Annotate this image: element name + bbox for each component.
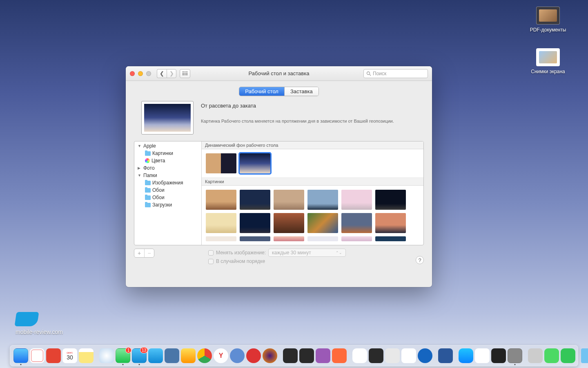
dock-notes[interactable] <box>79 348 94 363</box>
wallpaper-thumb[interactable] <box>206 236 236 241</box>
zoom-button[interactable] <box>146 71 151 76</box>
wallpaper-thumb[interactable] <box>375 236 406 241</box>
dock-todoist[interactable] <box>46 348 61 363</box>
close-button[interactable] <box>130 71 135 76</box>
add-folder-button[interactable]: + <box>134 249 144 257</box>
sidebar-item-pictures[interactable]: Картинки <box>134 150 201 157</box>
dock-yandex[interactable]: Y <box>214 348 228 363</box>
help-button[interactable]: ? <box>416 256 424 264</box>
color-wheel-icon <box>145 158 150 163</box>
dock-app[interactable] <box>181 348 196 363</box>
wallpaper-thumb[interactable] <box>274 236 304 241</box>
sidebar-item-wallpapers[interactable]: Обои <box>134 194 201 201</box>
dock-chromium[interactable] <box>230 348 245 363</box>
wallpaper-thumb[interactable] <box>375 190 406 210</box>
wallpaper-thumb[interactable] <box>240 213 270 233</box>
folder-icon <box>145 203 151 207</box>
dock-opera[interactable] <box>246 348 261 363</box>
dock-calendar[interactable]: сент.30 <box>62 348 77 363</box>
remove-folder-button[interactable]: − <box>144 249 154 257</box>
dock-vk[interactable] <box>165 348 179 363</box>
tab-screensaver[interactable]: Заставка <box>284 87 318 96</box>
dock-app[interactable] <box>528 348 543 363</box>
desktop-icon-screenshots[interactable]: Снимки экрана <box>528 48 568 74</box>
dock-finder[interactable] <box>13 348 28 363</box>
titlebar: ❮ ❯ Рабочий стол и заставка Поиск <box>126 66 432 81</box>
dock-app[interactable] <box>332 348 347 363</box>
source-sidebar: ▼Apple Картинки Цвета ▶Фото ▼Папки Изобр… <box>134 141 202 245</box>
dock-downloads[interactable] <box>581 348 588 363</box>
dock-telegram-desktop[interactable] <box>148 348 163 363</box>
wallpaper-title: От рассвета до заката <box>201 103 394 109</box>
dock-terminal[interactable] <box>491 348 506 363</box>
folder-icon <box>145 181 151 185</box>
wallpaper-thumb[interactable] <box>307 213 338 233</box>
disclosure-triangle-icon: ▶ <box>138 166 142 170</box>
dock-app[interactable] <box>283 348 298 363</box>
dock-app[interactable] <box>385 348 400 363</box>
sidebar-item-photo[interactable]: ▶Фото <box>134 164 201 172</box>
tab-desktop[interactable]: Рабочий стол <box>239 87 284 96</box>
watermark: mobile-review.com <box>16 312 63 335</box>
dock-chrome[interactable] <box>197 348 212 363</box>
dock-app[interactable] <box>299 348 314 363</box>
wallpaper-thumb[interactable] <box>240 190 270 210</box>
wallpaper-thumb[interactable] <box>274 213 304 233</box>
dock-app[interactable] <box>544 348 559 363</box>
back-button[interactable]: ❮ <box>157 69 167 78</box>
sidebar-item-colors[interactable]: Цвета <box>134 157 201 164</box>
wallpaper-thumb[interactable] <box>307 190 338 210</box>
wallpaper-thumb[interactable] <box>307 236 338 241</box>
dock-app[interactable] <box>369 348 383 363</box>
forward-button[interactable]: ❯ <box>167 69 176 78</box>
wallpaper-thumb[interactable] <box>206 190 236 210</box>
dock-itunes[interactable] <box>30 348 45 363</box>
dock-app[interactable] <box>418 348 432 363</box>
wallpaper-thumb[interactable] <box>240 236 270 241</box>
sidebar-item-wallpapers[interactable]: Обои <box>134 186 201 194</box>
minimize-button[interactable] <box>138 71 143 76</box>
folder-add-remove: + − <box>134 249 154 258</box>
dock-word[interactable] <box>438 348 453 363</box>
show-all-button[interactable] <box>180 69 190 78</box>
interval-dropdown[interactable]: каждые 30 минут ⌃⌄ <box>268 249 346 257</box>
change-picture-checkbox[interactable] <box>208 250 214 256</box>
wallpaper-thumb[interactable] <box>341 236 372 241</box>
desktop-icon-pdf[interactable]: PDF-документы <box>528 7 568 33</box>
search-input[interactable]: Поиск <box>363 69 428 78</box>
dock-safari[interactable] <box>99 348 114 363</box>
badge: 13 <box>140 347 148 353</box>
wallpaper-thumb[interactable] <box>375 213 406 233</box>
section-pictures: Картинки <box>202 177 423 186</box>
random-order-checkbox[interactable] <box>208 259 214 264</box>
folder-icon <box>145 188 151 193</box>
sidebar-item-folders[interactable]: ▼Папки <box>134 172 201 179</box>
change-picture-label: Менять изображение: <box>216 250 266 256</box>
wallpaper-thumb[interactable] <box>341 213 372 233</box>
sidebar-item-apple[interactable]: ▼Apple <box>134 142 201 150</box>
dock-firefox[interactable] <box>263 348 277 363</box>
dock-app[interactable] <box>316 348 330 363</box>
dock-photos[interactable] <box>352 348 367 363</box>
svg-line-1 <box>370 74 371 76</box>
wallpaper-thumb[interactable] <box>206 153 236 173</box>
dock-facetime[interactable] <box>561 348 575 363</box>
wallpaper-thumb[interactable] <box>240 153 270 173</box>
dock-appstore[interactable] <box>459 348 473 363</box>
folder-icon <box>536 7 560 25</box>
folder-icon <box>536 48 560 66</box>
dock-messages[interactable]: 1 <box>116 348 130 363</box>
sidebar-item-downloads[interactable]: Загрузки <box>134 201 201 209</box>
wallpaper-thumb[interactable] <box>341 190 372 210</box>
dock-system-preferences[interactable] <box>508 348 522 363</box>
wallpaper-thumb[interactable] <box>206 213 236 233</box>
chevron-updown-icon: ⌃⌄ <box>336 251 342 255</box>
wallpaper-thumb[interactable] <box>274 190 304 210</box>
search-icon <box>366 71 371 76</box>
dock-telegram[interactable]: 13 <box>132 348 147 363</box>
tab-segmented-control: Рабочий стол Заставка <box>239 87 318 96</box>
sidebar-item-images[interactable]: Изображения <box>134 179 201 186</box>
disclosure-triangle-icon: ▼ <box>138 144 142 148</box>
dock-xcode[interactable] <box>475 348 490 363</box>
dock-vlc[interactable] <box>401 348 416 363</box>
